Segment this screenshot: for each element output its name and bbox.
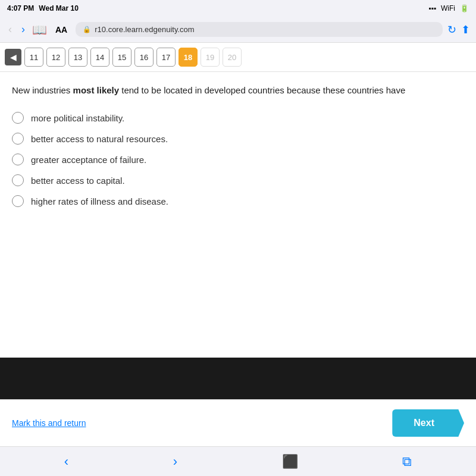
bottom-bar: ‹ › ⬛ ⧉ <box>0 446 476 476</box>
q-num-14[interactable]: 14 <box>90 48 109 67</box>
footer: Mark this and return Next <box>0 399 476 446</box>
signal-icon: ▪▪▪ <box>428 4 436 12</box>
forward-button[interactable]: › <box>19 23 27 36</box>
lock-icon: 🔒 <box>83 26 91 33</box>
time-display: 4:07 PM <box>7 4 34 12</box>
question-text: New industries most likely tend to be lo… <box>12 84 464 98</box>
battery-icon: 🔋 <box>460 4 469 12</box>
radio-a[interactable] <box>12 112 24 124</box>
q-num-16[interactable]: 16 <box>134 48 154 67</box>
q-num-20[interactable]: 20 <box>223 48 242 67</box>
url-text: r10.core.learn.edgenuity.com <box>95 25 194 34</box>
answer-options: more political instability. better acces… <box>12 112 464 208</box>
radio-d[interactable] <box>12 174 24 186</box>
question-nav: ◀ 11 12 13 14 15 16 17 18 19 20 <box>0 43 476 72</box>
status-bar-left: 4:07 PM Wed Mar 10 <box>7 4 79 12</box>
home-button[interactable]: ⬛ <box>282 454 298 469</box>
reload-button[interactable]: ↻ <box>447 23 456 36</box>
prev-question-arrow[interactable]: ◀ <box>5 49 21 65</box>
radio-c[interactable] <box>12 154 24 165</box>
q-num-18[interactable]: 18 <box>178 48 198 67</box>
status-bar-right: ▪▪▪ WiFi 🔋 <box>428 4 469 12</box>
option-a-label: more political instability. <box>31 112 124 124</box>
next-button[interactable]: Next <box>392 409 464 437</box>
option-e[interactable]: higher rates of illness and disease. <box>12 195 464 208</box>
status-bar: 4:07 PM Wed Mar 10 ▪▪▪ WiFi 🔋 <box>0 0 476 17</box>
date-display: Wed Mar 10 <box>39 4 78 12</box>
option-c-label: greater acceptance of failure. <box>31 154 146 166</box>
next-button-label: Next <box>414 418 434 428</box>
browser-back-button[interactable]: ‹ <box>64 454 68 469</box>
q-num-12[interactable]: 12 <box>46 48 65 67</box>
main-content: New industries most likely tend to be lo… <box>0 72 476 358</box>
q-num-15[interactable]: 15 <box>112 48 131 67</box>
device-frame: 4:07 PM Wed Mar 10 ▪▪▪ WiFi 🔋 ‹ › 📖 AA 🔒… <box>0 0 476 476</box>
browser-chrome: ‹ › 📖 AA 🔒 r10.core.learn.edgenuity.com … <box>0 17 476 43</box>
address-bar[interactable]: 🔒 r10.core.learn.edgenuity.com <box>76 22 443 37</box>
content-wrapper: ◀ 11 12 13 14 15 16 17 18 19 20 New indu… <box>0 43 476 358</box>
q-num-19[interactable]: 19 <box>201 48 220 67</box>
back-button[interactable]: ‹ <box>6 23 14 36</box>
q-num-11[interactable]: 11 <box>24 48 43 67</box>
option-b[interactable]: better access to natural resources. <box>12 133 464 145</box>
option-d-label: better access to capital. <box>31 174 125 187</box>
option-c[interactable]: greater acceptance of failure. <box>12 154 464 166</box>
wifi-icon: WiFi <box>441 4 455 12</box>
tabs-button[interactable]: ⧉ <box>402 454 412 469</box>
q-num-17[interactable]: 17 <box>156 48 176 67</box>
aa-button[interactable]: AA <box>52 24 71 36</box>
radio-b[interactable] <box>12 133 24 145</box>
option-a[interactable]: more political instability. <box>12 112 464 124</box>
radio-e[interactable] <box>12 195 24 207</box>
browser-forward-button[interactable]: › <box>173 454 177 469</box>
mark-return-button[interactable]: Mark this and return <box>12 418 86 428</box>
share-button[interactable]: ⬆ <box>461 23 470 36</box>
bookmarks-icon[interactable]: 📖 <box>32 23 47 37</box>
option-b-label: better access to natural resources. <box>31 133 168 145</box>
q-num-13[interactable]: 13 <box>68 48 87 67</box>
option-e-label: higher rates of illness and disease. <box>31 195 168 208</box>
option-d[interactable]: better access to capital. <box>12 174 464 187</box>
